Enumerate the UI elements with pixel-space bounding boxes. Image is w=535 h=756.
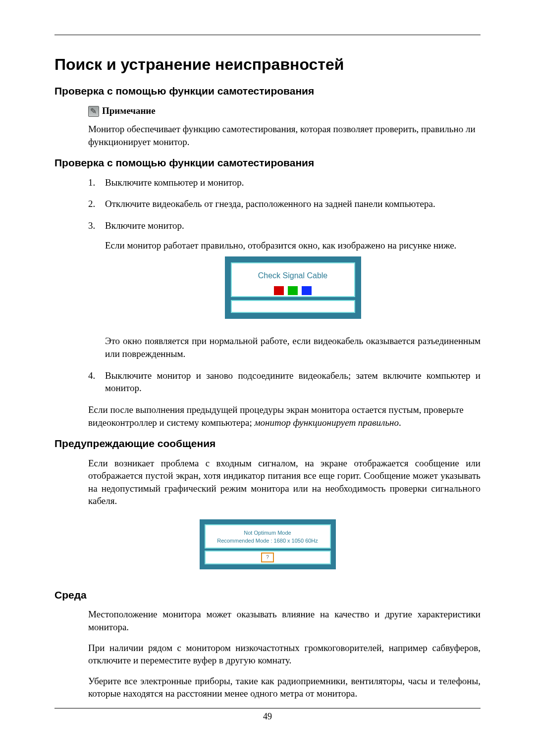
section4-p1: Местоположение монитора может оказывать …: [88, 608, 481, 633]
osd-bottom-bar: [231, 300, 355, 313]
osd2-help-button: ?: [261, 553, 274, 562]
steps-list: Выключите компьютер и монитор. Отключите…: [88, 176, 481, 395]
osd-rgb-row: [232, 286, 354, 295]
blue-square-icon: [302, 286, 312, 295]
bottom-rule: [54, 708, 481, 708]
section2-heading: Проверка с помощью функции самотестирова…: [54, 156, 481, 170]
page-title: Поиск и устранение неисправностей: [54, 54, 481, 75]
section1-heading: Проверка с помощью функции самотестирова…: [54, 84, 481, 98]
pencil-icon: [88, 106, 99, 117]
section4-p2: При наличии рядом с монитором низкочасто…: [88, 642, 481, 667]
note-body: Монитор обеспечивает функцию самотестиро…: [88, 123, 481, 148]
top-rule: [54, 35, 481, 35]
step-2: Отключите видеокабель от гнезда, располо…: [88, 198, 481, 210]
step-3: Включите монитор. Если монитор работает …: [88, 219, 481, 360]
section4-heading: Среда: [54, 588, 481, 602]
osd2-inner: Not Optimum Mode Recommended Mode : 1680…: [205, 524, 331, 549]
step-2-text: Отключите видеокабель от гнезда, располо…: [105, 199, 435, 209]
step-1-text: Выключите компьютер и монитор.: [105, 177, 244, 188]
after-steps-end: .: [399, 417, 401, 428]
step-4-text: Выключите монитор и заново подсоедините …: [105, 369, 481, 395]
osd2-bottom: ?: [205, 551, 331, 564]
note-block: Примечание: [88, 104, 481, 117]
osd2-line2: Recommended Mode : 1680 x 1050 60Hz: [208, 537, 328, 545]
section4-p3: Уберите все электронные приборы, такие к…: [88, 675, 481, 700]
osd-title: Check Signal Cable: [232, 270, 354, 281]
osd-inner: Check Signal Cable: [231, 262, 355, 297]
after-steps: Если после выполнения предыдущей процеду…: [88, 403, 481, 429]
red-square-icon: [274, 286, 284, 295]
step-4: Выключите монитор и заново подсоедините …: [88, 369, 481, 395]
osd-not-optimum: Not Optimum Mode Recommended Mode : 1680…: [200, 519, 336, 569]
green-square-icon: [288, 286, 298, 295]
step-3a-text: Включите монитор.: [105, 220, 184, 231]
section3-body: Если возникает проблема с входным сигнал…: [88, 457, 481, 508]
step-3c-text: Это окно появляется при нормальной работ…: [105, 335, 481, 360]
step-3b-text: Если монитор работает правильно, отобраз…: [105, 239, 481, 252]
after-steps-italic: монитор функционирует правильно: [254, 417, 399, 428]
note-label: Примечание: [102, 104, 156, 117]
page-number: 49: [54, 710, 481, 722]
section3-heading: Предупреждающие сообщения: [54, 437, 481, 451]
osd-check-signal: Check Signal Cable: [225, 256, 361, 319]
osd2-line1: Not Optimum Mode: [208, 529, 328, 537]
step-1: Выключите компьютер и монитор.: [88, 176, 481, 189]
